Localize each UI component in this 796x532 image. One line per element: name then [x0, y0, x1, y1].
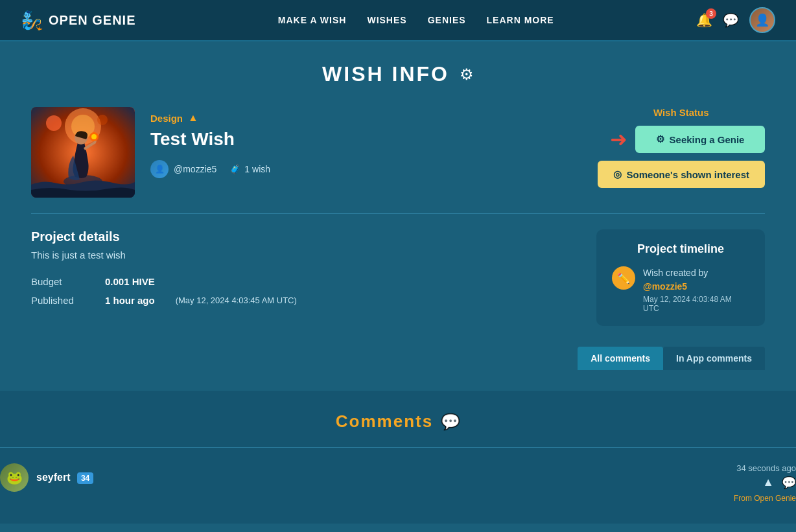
wish-image	[31, 107, 135, 198]
comment-left: 🐸 seyfert 34	[0, 463, 93, 492]
comments-tabs: All comments In App comments	[31, 347, 765, 370]
main-content: WISH INFO ⚙	[0, 41, 796, 391]
commenter-info: seyfert 34	[36, 472, 93, 483]
svg-point-4	[97, 115, 108, 125]
project-details-title: Project details	[31, 229, 576, 244]
wish-category-area: Design ▲	[150, 112, 270, 124]
svg-point-3	[46, 115, 62, 131]
nav-genies[interactable]: GENIES	[428, 15, 466, 25]
navbar: 🧞 OPEN GENIE MAKE A WISH WISHES GENIES L…	[0, 0, 796, 41]
comments-chat-icon: 💬	[441, 413, 460, 431]
arrow-indicator-icon: ➜	[610, 127, 627, 152]
tab-all-comments[interactable]: All comments	[578, 347, 663, 370]
interest-circle-icon: ◎	[613, 168, 622, 180]
wish-card: Design ▲ Test Wish 👤 @mozzie5 🧳 1 wish	[31, 107, 765, 198]
wish-left: Design ▲ Test Wish 👤 @mozzie5 🧳 1 wish	[31, 107, 270, 198]
wish-user-avatar: 👤	[150, 160, 169, 178]
wish-count-icon: 🧳	[229, 164, 240, 174]
comments-section: Comments 💬 🐸 seyfert 34 34 seconds ago ▲…	[0, 391, 796, 524]
timeline-content: Wish created by @mozzie5 May 12, 2024 4:…	[643, 266, 749, 313]
timeline-time: May 12, 2024 4:03:48 AM UTC	[643, 295, 749, 313]
comment-right: 34 seconds ago ▲ 💬 From Open Genie	[734, 463, 796, 503]
budget-label: Budget	[31, 276, 89, 287]
wish-count-label: 1 wish	[244, 164, 270, 174]
page-title-area: WISH INFO ⚙	[31, 62, 765, 86]
section-divider	[31, 213, 765, 214]
budget-meta-item: Budget 0.001 HIVE	[31, 276, 576, 287]
tab-in-app-comments[interactable]: In App comments	[663, 347, 765, 370]
wish-status-label: Wish Status	[653, 107, 709, 118]
timeline-title: Project timeline	[612, 242, 749, 256]
timeline-text: Wish created by @mozzie5	[643, 266, 749, 294]
chat-button[interactable]: 💬	[723, 12, 739, 28]
comments-divider	[0, 447, 796, 448]
commenter-username[interactable]: seyfert	[36, 472, 70, 483]
timeline-item: ✏️ Wish created by @mozzie5 May 12, 2024…	[612, 266, 749, 313]
nav-make-a-wish[interactable]: MAKE A WISH	[278, 15, 347, 25]
project-details: Project details This is just a test wish…	[31, 229, 576, 306]
project-row: Project details This is just a test wish…	[31, 229, 765, 326]
wish-meta: 👤 @mozzie5 🧳 1 wish	[150, 160, 270, 178]
budget-value: 0.001 HIVE	[105, 276, 155, 287]
timeline-edit-icon: ✏️	[612, 266, 635, 290]
wish-count: 🧳 1 wish	[229, 164, 270, 174]
published-date: (May 12, 2024 4:03:45 AM UTC)	[176, 295, 297, 305]
comments-title: Comments	[336, 411, 433, 432]
logo-icon: 🧞	[21, 10, 43, 31]
timeline-event-text: Wish created by	[643, 268, 708, 278]
status-interest-button[interactable]: ◎ Someone's shown interest	[598, 161, 765, 188]
comment-item: 🐸 seyfert 34 34 seconds ago ▲ 💬 From Ope…	[0, 463, 796, 503]
status-secondary-label: Someone's shown interest	[627, 169, 749, 180]
user-handle[interactable]: @mozzie5	[174, 164, 217, 174]
category-label: Design	[150, 113, 183, 124]
comments-title-area: Comments 💬	[0, 411, 796, 432]
upvote-icon[interactable]: ▲	[188, 112, 198, 124]
wish-status-area: Wish Status ➜ ⚙ Seeking a Genie ◎ Someon…	[598, 107, 765, 188]
published-label: Published	[31, 295, 89, 306]
user-meta: 👤 @mozzie5	[150, 160, 217, 178]
published-value: 1 hour ago	[105, 295, 155, 306]
settings-gear-icon[interactable]: ⚙	[460, 65, 474, 84]
comment-upvote-icon[interactable]: ▲	[762, 476, 774, 490]
notification-bell-button[interactable]: 🔔 3	[696, 12, 712, 28]
comment-time: 34 seconds ago	[736, 463, 796, 473]
status-primary-row: ➜ ⚙ Seeking a Genie	[610, 126, 765, 153]
comment-actions: ▲ 💬	[762, 476, 796, 490]
svg-point-8	[91, 134, 97, 139]
nav-actions: 🔔 3 💬 👤	[696, 7, 775, 33]
wish-title: Test Wish	[150, 129, 270, 150]
commenter-avatar: 🐸	[0, 463, 29, 492]
status-seeking-button[interactable]: ⚙ Seeking a Genie	[635, 126, 765, 153]
project-meta-row: Budget 0.001 HIVE Published 1 hour ago (…	[31, 276, 576, 306]
notification-badge: 3	[706, 8, 716, 19]
timeline-event-user[interactable]: @mozzie5	[643, 281, 687, 292]
nav-wishes[interactable]: WISHES	[367, 15, 406, 25]
logo-text: OPEN GENIE	[49, 13, 135, 28]
nav-links: MAKE A WISH WISHES GENIES LEARN MORE	[278, 15, 554, 25]
status-primary-label: Seeking a Genie	[670, 134, 745, 145]
nav-learn-more[interactable]: LEARN MORE	[487, 15, 554, 25]
page-title: WISH INFO	[322, 62, 449, 86]
logo-area[interactable]: 🧞 OPEN GENIE	[21, 10, 135, 31]
comment-reply-icon[interactable]: 💬	[782, 476, 796, 490]
user-avatar-button[interactable]: 👤	[749, 7, 775, 33]
comment-source: From Open Genie	[734, 494, 796, 503]
seeking-gear-icon: ⚙	[656, 133, 664, 145]
project-description: This is just a test wish	[31, 249, 576, 260]
project-timeline: Project timeline ✏️ Wish created by @moz…	[596, 229, 765, 326]
commenter-badge: 34	[77, 472, 93, 484]
wish-info: Design ▲ Test Wish 👤 @mozzie5 🧳 1 wish	[150, 107, 270, 178]
published-meta-item: Published 1 hour ago (May 12, 2024 4:03:…	[31, 295, 576, 306]
